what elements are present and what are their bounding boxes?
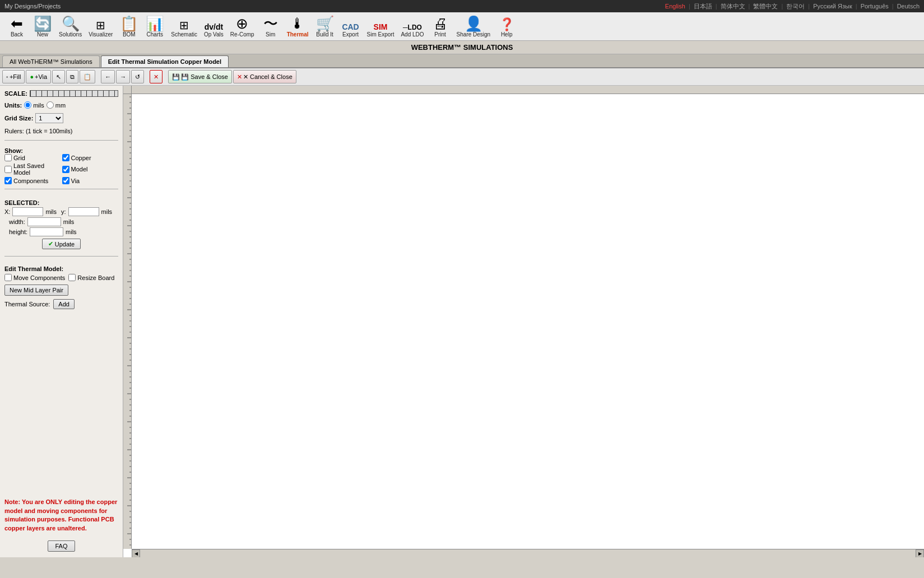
unit-mils-radio[interactable] bbox=[24, 101, 31, 109]
y-input[interactable] bbox=[68, 207, 99, 216]
scale-row: SCALE: bbox=[4, 90, 118, 97]
lang-russian[interactable]: Русский Язык bbox=[813, 3, 852, 10]
move-components-check[interactable] bbox=[4, 274, 12, 281]
simexport-button[interactable]: SIM Sim Export bbox=[364, 21, 397, 39]
edit-toolbar: ▪ +Fill ● +Via ↖ ⧉ 📋 ← → ↺ ✕ 💾 💾 Save & … bbox=[0, 68, 924, 86]
cancel-close-button[interactable]: ✕ ✕ Cancel & Close bbox=[233, 70, 296, 83]
resize-board-check[interactable] bbox=[68, 274, 76, 281]
help-button[interactable]: ❓ Help bbox=[494, 17, 519, 39]
width-input[interactable] bbox=[27, 217, 61, 226]
language-bar: English | 日本語 | 简体中文 | 繁體中文 | 한국어 | Русс… bbox=[665, 2, 920, 11]
charts-button[interactable]: 📊 Charts bbox=[142, 15, 167, 39]
delete-icon: ✕ bbox=[154, 73, 159, 81]
lang-japanese[interactable]: 日本語 bbox=[694, 2, 712, 11]
show-grid-label[interactable]: Grid bbox=[4, 154, 61, 161]
horizontal-scrollbar[interactable]: ◀ ▶ bbox=[132, 549, 924, 557]
sharedesign-icon: 👤 bbox=[465, 16, 482, 31]
lang-deutsch[interactable]: Deutsch bbox=[897, 3, 920, 10]
main-toolbar: ⬅ Back 🔄 New 🔍 Solutions ⊞ Visualizer 📋 … bbox=[0, 12, 924, 41]
show-via-label[interactable]: Via bbox=[62, 177, 119, 184]
unit-mm-radio[interactable] bbox=[47, 101, 54, 109]
thermal-button[interactable]: 🌡 Thermal bbox=[284, 15, 312, 39]
rulers-row: Rulers: (1 tick = 100mils) bbox=[4, 128, 118, 134]
height-input[interactable] bbox=[30, 227, 63, 236]
cancel-x-icon: ✕ bbox=[237, 73, 242, 81]
update-button[interactable]: ✔ Update bbox=[42, 239, 81, 249]
show-copper-label[interactable]: Copper bbox=[62, 154, 119, 161]
buildit-button[interactable]: 🛒 Build It bbox=[313, 15, 337, 39]
divider-3 bbox=[4, 256, 118, 257]
schematic-button[interactable]: ⊞ Schematic bbox=[168, 18, 200, 39]
addldo-button[interactable]: ─LDO Add LDO bbox=[398, 22, 426, 39]
visualizer-button[interactable]: ⊞ Visualizer bbox=[86, 18, 115, 39]
tab-edit-copper-model[interactable]: Edit Thermal Simulation Copper Model bbox=[101, 55, 229, 67]
show-lastsaved-check[interactable] bbox=[4, 166, 12, 173]
tabs-bar: All WebTHERM™ Simulations Edit Thermal S… bbox=[0, 54, 924, 68]
show-grid: Grid Copper Last Saved Model Model Compo… bbox=[4, 154, 118, 184]
faq-button[interactable]: FAQ bbox=[48, 540, 75, 552]
tab-all-simulations[interactable]: All WebTHERM™ Simulations bbox=[2, 55, 100, 67]
thermal-source-row: Thermal Source: Add bbox=[4, 299, 118, 309]
sim-button[interactable]: 〜 Sim bbox=[258, 15, 283, 39]
lang-portuguese[interactable]: Português bbox=[861, 3, 889, 10]
canvas-area: ◀ ▶ bbox=[123, 86, 924, 557]
via-button[interactable]: ● +Via bbox=[26, 70, 51, 83]
lang-traditional-chinese[interactable]: 繁體中文 bbox=[753, 2, 778, 11]
back-button[interactable]: ⬅ Back bbox=[4, 15, 29, 39]
solutions-button[interactable]: 🔍 Solutions bbox=[56, 15, 85, 39]
scale-bar bbox=[30, 90, 118, 97]
cursor-icon: ↖ bbox=[56, 73, 61, 81]
scroll-left-arrow[interactable]: ◀ bbox=[132, 549, 140, 558]
paste-button[interactable]: 📋 bbox=[80, 70, 95, 83]
select-button[interactable]: ↖ bbox=[52, 70, 65, 83]
print-icon: 🖨 bbox=[433, 16, 448, 31]
show-copper-check[interactable] bbox=[62, 154, 69, 161]
show-components-check[interactable] bbox=[4, 177, 12, 184]
fill-button[interactable]: ▪ +Fill bbox=[2, 70, 25, 83]
charts-icon: 📊 bbox=[146, 16, 164, 31]
divider-1 bbox=[4, 140, 118, 141]
export-button[interactable]: CAD Export bbox=[338, 21, 363, 39]
copy-button[interactable]: ⧉ bbox=[66, 70, 78, 83]
move-components-label[interactable]: Move Components bbox=[4, 274, 65, 281]
undo-button[interactable]: ← bbox=[101, 70, 115, 83]
sharedesign-button[interactable]: 👤 Share Design bbox=[454, 15, 494, 39]
show-components-label[interactable]: Components bbox=[4, 177, 61, 184]
print-button[interactable]: 🖨 Print bbox=[428, 15, 453, 39]
save-close-button[interactable]: 💾 💾 Save & Close bbox=[168, 70, 232, 83]
buildit-icon: 🛒 bbox=[316, 16, 334, 31]
unit-mils-label[interactable]: mils bbox=[24, 101, 44, 109]
scroll-right-arrow[interactable]: ▶ bbox=[916, 549, 924, 558]
copy-icon: ⧉ bbox=[70, 73, 75, 81]
show-lastsaved-label[interactable]: Last Saved Model bbox=[4, 162, 61, 176]
lang-korean[interactable]: 한국어 bbox=[786, 2, 805, 11]
canvas-content[interactable] bbox=[132, 94, 924, 549]
bom-button[interactable]: 📋 BOM bbox=[117, 15, 141, 39]
resize-board-label[interactable]: Resize Board bbox=[68, 274, 114, 281]
show-model-check[interactable] bbox=[62, 166, 69, 173]
recomp-icon: ⊕ bbox=[236, 16, 248, 31]
show-model-label[interactable]: Model bbox=[62, 162, 119, 176]
delete-button[interactable]: ✕ bbox=[150, 70, 162, 83]
lang-english[interactable]: English bbox=[665, 3, 685, 10]
opvals-button[interactable]: dv/dt Op Vals bbox=[201, 21, 226, 39]
recomp-button[interactable]: ⊕ Re-Comp bbox=[227, 15, 257, 39]
thermal-source-add-button[interactable]: Add bbox=[53, 299, 75, 309]
new-button[interactable]: 🔄 New bbox=[30, 15, 55, 39]
new-mid-layer-button[interactable]: New Mid Layer Pair bbox=[4, 285, 68, 296]
ruler-top bbox=[132, 86, 924, 94]
x-input[interactable] bbox=[12, 207, 43, 216]
new-icon: 🔄 bbox=[34, 16, 52, 31]
unit-mm-label[interactable]: mm bbox=[47, 101, 66, 109]
solutions-icon: 🔍 bbox=[62, 16, 80, 31]
show-grid-check[interactable] bbox=[4, 154, 12, 161]
redo-button[interactable]: → bbox=[116, 70, 130, 83]
back-icon: ⬅ bbox=[11, 16, 23, 31]
lang-simplified-chinese[interactable]: 简体中文 bbox=[721, 2, 745, 11]
units-row: Units: mils mm bbox=[4, 101, 118, 109]
refresh-button[interactable]: ↺ bbox=[131, 70, 144, 83]
fill-icon: ▪ bbox=[6, 73, 8, 80]
left-panel: SCALE: Units: mils mm Grid Size: 1 5 10 … bbox=[0, 86, 123, 557]
show-via-check[interactable] bbox=[62, 177, 69, 184]
grid-size-select[interactable]: 1 5 10 25 50 100 bbox=[35, 113, 63, 123]
